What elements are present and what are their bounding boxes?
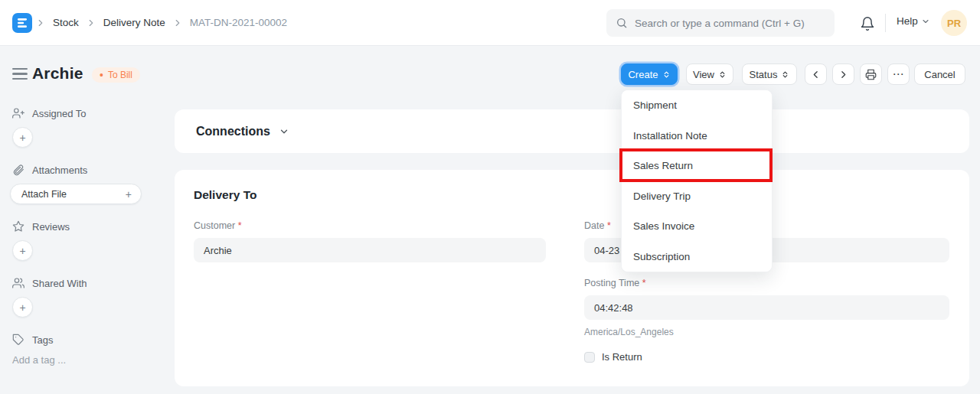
- chevron-left-icon: [811, 70, 821, 80]
- add-review-button[interactable]: +: [12, 240, 33, 261]
- cancel-button-label: Cancel: [924, 69, 955, 80]
- tag-icon: [12, 334, 24, 346]
- page-title: Archie: [32, 64, 83, 83]
- required-marker: *: [642, 278, 646, 288]
- posting-time-field-label: Posting Time *: [584, 278, 646, 288]
- sidebar-section-tags: Tags: [12, 334, 53, 346]
- printer-icon: [865, 69, 877, 80]
- create-button-label: Create: [628, 69, 658, 80]
- status-badge: • To Bill: [92, 67, 140, 83]
- attach-file-button[interactable]: Attach File +: [10, 184, 142, 204]
- breadcrumb-item-document-id[interactable]: MAT-DN-2021-00002: [190, 17, 287, 28]
- search-icon: [616, 17, 628, 29]
- chevron-down-icon: [921, 17, 930, 26]
- required-marker: *: [607, 220, 611, 231]
- erpnext-logo-icon: [17, 18, 28, 28]
- chevrons-up-down-icon: [718, 70, 727, 79]
- menu-item-installation-note[interactable]: Installation Note: [622, 121, 772, 151]
- users-icon: [12, 277, 24, 289]
- connections-title[interactable]: Connections: [196, 125, 270, 138]
- search-placeholder: Search or type a command (Ctrl + G): [635, 18, 805, 29]
- status-dot-icon: •: [100, 70, 103, 80]
- menu-item-sales-return[interactable]: Sales Return: [622, 151, 772, 181]
- notifications-bell-button[interactable]: [858, 15, 877, 33]
- customer-input[interactable]: Archie: [194, 238, 546, 262]
- status-button-label: Status: [750, 69, 778, 80]
- help-menu-button[interactable]: Help: [897, 15, 930, 27]
- user-avatar[interactable]: PR: [941, 10, 967, 36]
- menu-item-sales-invoice[interactable]: Sales Invoice: [622, 211, 772, 242]
- shared-with-label: Shared With: [32, 278, 87, 289]
- status-badge-label: To Bill: [108, 70, 132, 80]
- chevron-right-icon: [86, 18, 96, 28]
- sidebar-section-shared-with: Shared With: [12, 277, 87, 289]
- add-assignment-button[interactable]: +: [12, 127, 33, 148]
- menu-item-delivery-trip[interactable]: Delivery Trip: [622, 181, 772, 212]
- posting-time-input[interactable]: 04:42:48: [584, 295, 949, 320]
- delivery-to-section: Delivery To Customer * Archie Date * 04-…: [175, 170, 969, 386]
- add-tag-input[interactable]: Add a tag ...: [12, 354, 66, 366]
- help-label: Help: [897, 15, 918, 27]
- is-return-checkbox[interactable]: [584, 352, 595, 363]
- sidebar-toggle-button[interactable]: [12, 68, 28, 80]
- previous-document-button[interactable]: [805, 63, 827, 85]
- chevron-right-icon: [35, 18, 46, 28]
- navbar-divider: [885, 14, 886, 32]
- attachments-label: Attachments: [32, 164, 87, 176]
- print-button[interactable]: [860, 63, 882, 85]
- breadcrumb-item-stock[interactable]: Stock: [53, 17, 79, 28]
- chevron-down-icon[interactable]: [279, 126, 289, 137]
- erpnext-logo[interactable]: [12, 13, 32, 33]
- create-dropdown-menu: Shipment Installation Note Sales Return …: [621, 90, 773, 272]
- status-button[interactable]: Status: [742, 63, 797, 85]
- posting-time-value: 04:42:48: [594, 302, 633, 314]
- breadcrumb: Stock Delivery Note MAT-DN-2021-00002: [35, 0, 287, 45]
- attach-file-label: Attach File: [21, 189, 67, 200]
- date-label-text: Date: [584, 220, 604, 231]
- create-button[interactable]: Create: [621, 63, 678, 85]
- date-value: 04-23: [594, 245, 619, 256]
- cancel-button[interactable]: Cancel: [914, 63, 965, 85]
- menu-item-shipment[interactable]: Shipment: [622, 90, 772, 121]
- posting-time-label-text: Posting Time: [584, 278, 639, 288]
- next-document-button[interactable]: [832, 63, 854, 85]
- top-navbar: Stock Delivery Note MAT-DN-2021-00002 Se…: [0, 0, 980, 46]
- chevrons-up-down-icon: [662, 70, 671, 79]
- sidebar-section-reviews: Reviews: [12, 220, 70, 233]
- plus-icon: +: [126, 188, 132, 200]
- chevron-right-icon: [838, 70, 848, 80]
- plus-icon: +: [19, 301, 25, 314]
- plus-icon: +: [19, 245, 25, 257]
- customer-field-label: Customer *: [194, 220, 242, 231]
- connections-section: Connections: [175, 109, 969, 153]
- sidebar-section-attachments: Attachments: [12, 164, 87, 176]
- tags-label: Tags: [32, 334, 53, 346]
- assigned-to-label: Assigned To: [32, 108, 87, 119]
- menu-item-subscription[interactable]: Subscription: [622, 242, 772, 272]
- date-field-label: Date *: [584, 220, 611, 231]
- is-return-field[interactable]: Is Return: [584, 351, 642, 363]
- ellipsis-icon: ⋯: [893, 67, 905, 81]
- plus-icon: +: [19, 132, 25, 144]
- global-search-input[interactable]: Search or type a command (Ctrl + G): [606, 9, 835, 37]
- user-plus-icon: [12, 107, 24, 119]
- add-share-button[interactable]: +: [12, 297, 33, 317]
- chevrons-up-down-icon: [781, 70, 789, 79]
- reviews-label: Reviews: [32, 221, 70, 233]
- breadcrumb-item-delivery-note[interactable]: Delivery Note: [103, 17, 165, 28]
- bell-icon: [860, 16, 875, 31]
- required-marker: *: [238, 220, 242, 231]
- avatar-initials: PR: [947, 18, 961, 29]
- paperclip-icon: [12, 164, 24, 176]
- view-button-label: View: [693, 69, 714, 80]
- delivery-to-title: Delivery To: [194, 188, 256, 202]
- customer-value: Archie: [204, 245, 232, 256]
- customer-label-text: Customer: [194, 220, 235, 231]
- star-icon: [12, 220, 24, 233]
- is-return-label: Is Return: [602, 351, 642, 363]
- more-actions-button[interactable]: ⋯: [887, 63, 910, 85]
- chevron-right-icon: [172, 18, 183, 28]
- sidebar-section-assigned-to: Assigned To: [12, 107, 87, 119]
- timezone-note: America/Los_Angeles: [584, 327, 674, 337]
- view-button[interactable]: View: [686, 63, 733, 85]
